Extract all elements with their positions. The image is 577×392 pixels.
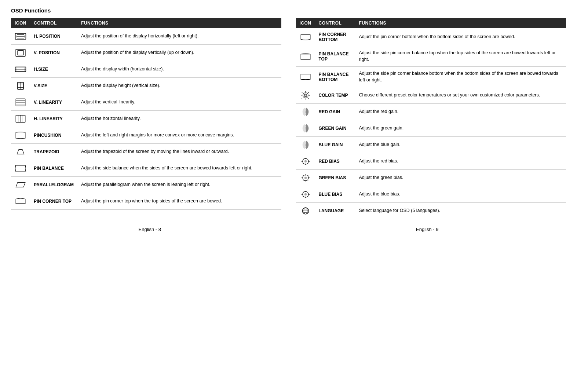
table-row: GREEN GAINAdjust the green gain. — [296, 120, 566, 137]
trapezoid-icon — [11, 144, 30, 160]
svg-line-51 — [307, 175, 308, 176]
blue-bias-icon — [296, 186, 315, 203]
control-label: V. POSITION — [30, 45, 77, 61]
table-row: RED BIASAdjust the red bias. — [296, 153, 566, 170]
svg-line-28 — [302, 98, 302, 99]
right-table: ICON CONTROL FUNCTIONS PIN CORNER BOTTOM… — [296, 18, 566, 219]
control-label: COLOR TEMP — [315, 87, 355, 104]
svg-point-46 — [304, 177, 306, 179]
function-text: Adjust the position of the display horiz… — [77, 28, 281, 45]
h-linearity-icon — [11, 111, 30, 127]
left-col-icon: ICON — [11, 18, 30, 28]
function-text: Adjust the red bias. — [355, 153, 566, 170]
page: OSD Functions ICON CONTROL FUNCTIONS H. … — [0, 0, 577, 243]
function-text: Adjust the side pin corner balance top w… — [355, 46, 566, 67]
function-text: Adjust the trapezoid of the screen by mo… — [77, 144, 281, 160]
control-label: GREEN BIAS — [315, 170, 355, 186]
svg-text:K: K — [304, 94, 306, 97]
function-text: Adjust the position of the display verti… — [77, 45, 281, 61]
table-row: PIN CORNER BOTTOMAdjust the pin corner b… — [296, 28, 566, 46]
function-text: Adjust the blue gain. — [355, 137, 566, 153]
control-label: BLUE BIAS — [315, 186, 355, 203]
control-label: PIN CORNER TOP — [30, 193, 77, 210]
function-text: Choose different preset color temperatur… — [355, 87, 566, 104]
table-row: BLUE GAINAdjust the blue gain. — [296, 137, 566, 153]
left-col-functions: FUNCTIONS — [77, 18, 281, 28]
footer-right: English - 9 — [416, 227, 438, 232]
control-label: PIN CORNER BOTTOM — [315, 28, 355, 46]
function-text: Adjust the side pin corner balance botto… — [355, 67, 566, 87]
table-row: V. POSITIONAdjust the position of the di… — [11, 45, 281, 61]
footer: English - 8 English - 9 — [11, 227, 566, 232]
function-text: Adjust the red gain. — [355, 104, 566, 120]
function-text: Adjust the left and right margins for mo… — [77, 127, 281, 144]
table-row: V.SIZEAdjust the display height (vertica… — [11, 78, 281, 94]
function-text: Adjust the pin corner bottom when the bo… — [355, 28, 566, 46]
control-label: PIN BALANCE TOP — [315, 46, 355, 67]
table-row: V. LINEARITYAdjust the vertical linearit… — [11, 94, 281, 111]
control-label: TRAPEZOID — [30, 144, 77, 160]
table-row: BLUE BIASAdjust the blue bias. — [296, 186, 566, 203]
table-row: PINCUSHIONAdjust the left and right marg… — [11, 127, 281, 144]
page-title: OSD Functions — [11, 7, 566, 14]
control-label: RED BIAS — [315, 153, 355, 170]
svg-line-41 — [307, 159, 308, 160]
color-temp-icon: ⚠ K — [296, 87, 315, 104]
left-table-body: H. POSITIONAdjust the position of the di… — [11, 28, 281, 210]
green-bias-icon — [296, 170, 315, 186]
control-label: PINCUSHION — [30, 127, 77, 144]
right-column: ICON CONTROL FUNCTIONS PIN CORNER BOTTOM… — [296, 18, 566, 219]
table-row: PIN BALANCEAdjust the side balance when … — [11, 160, 281, 177]
pin-corner-top-icon — [11, 193, 30, 210]
control-label: PARALLELOGRAM — [30, 177, 77, 193]
svg-point-56 — [304, 193, 306, 195]
footer-left: English - 8 — [139, 227, 161, 232]
svg-line-43 — [307, 164, 308, 164]
v-linearity-icon — [11, 94, 30, 111]
table-row: PARALLELOGRAMAdjust the parallelogram wh… — [11, 177, 281, 193]
pin-balance-top-icon — [296, 46, 315, 67]
control-label: V. LINEARITY — [30, 94, 77, 111]
control-label: V.SIZE — [30, 78, 77, 94]
function-text: Adjust the horizontal linearity. — [77, 111, 281, 127]
function-text: Adjust the display height (vertical size… — [77, 78, 281, 94]
table-row: PIN BALANCE TOPAdjust the side pin corne… — [296, 46, 566, 67]
table-row: H. POSITIONAdjust the position of the di… — [11, 28, 281, 45]
right-col-functions: FUNCTIONS — [355, 18, 566, 28]
control-label: PIN BALANCE BOTTOM — [315, 67, 355, 87]
table-row: PIN BALANCE BOTTOMAdjust the side pin co… — [296, 67, 566, 87]
svg-line-63 — [307, 197, 308, 197]
table-row: LANGUAGESelect language for OSD (5 langu… — [296, 203, 566, 219]
svg-line-53 — [307, 180, 308, 181]
svg-rect-4 — [18, 51, 23, 55]
function-text: Select language for OSD (5 languages). — [355, 203, 566, 219]
table-row: RED GAINAdjust the red gain. — [296, 104, 566, 120]
pin-balance-bottom-icon — [296, 67, 315, 87]
green-gain-icon — [296, 120, 315, 137]
function-text: Adjust the green bias. — [355, 170, 566, 186]
red-gain-icon — [296, 104, 315, 120]
pin-corner-bottom-icon — [296, 28, 315, 46]
right-col-control: CONTROL — [315, 18, 355, 28]
table-row: TRAPEZOIDAdjust the trapezoid of the scr… — [11, 144, 281, 160]
table-row: H.SIZEAdjust the display width (horizont… — [11, 61, 281, 78]
table-row: GREEN BIASAdjust the green bias. — [296, 170, 566, 186]
h-size-icon — [11, 61, 30, 78]
language-icon — [296, 203, 315, 219]
svg-line-31 — [308, 98, 309, 99]
control-label: H. POSITION — [30, 28, 77, 45]
svg-rect-22 — [301, 74, 310, 79]
svg-rect-21 — [301, 54, 310, 59]
svg-line-61 — [307, 192, 308, 193]
control-label: GREEN GAIN — [315, 120, 355, 137]
red-bias-icon — [296, 153, 315, 170]
function-text: Adjust the parallelogram when the screen… — [77, 177, 281, 193]
left-column: ICON CONTROL FUNCTIONS H. POSITIONAdjust… — [11, 18, 281, 219]
control-label: H. LINEARITY — [30, 111, 77, 127]
control-label: H.SIZE — [30, 61, 77, 78]
svg-line-32 — [302, 92, 302, 93]
function-text: Adjust the blue bias. — [355, 186, 566, 203]
table-row: PIN CORNER TOPAdjust the pin corner top … — [11, 193, 281, 210]
right-table-header: ICON CONTROL FUNCTIONS — [296, 18, 566, 28]
parallelogram-icon — [11, 177, 30, 193]
